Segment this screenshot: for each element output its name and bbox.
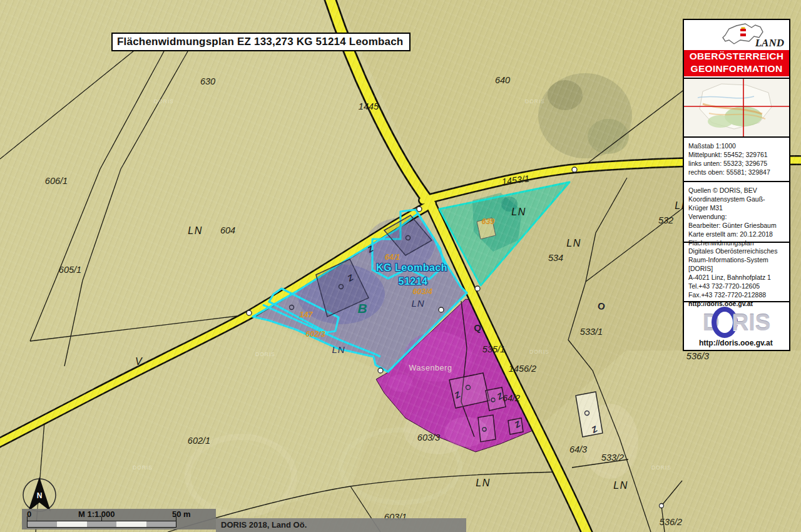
info-line: Quellen © DORIS, BEV xyxy=(688,186,785,195)
map-title: Flächenwidmungsplan EZ 133,273 KG 51214 … xyxy=(117,36,403,48)
legend-panel: LAND OBERÖSTERREICH GEOINFORMATION Maßst xyxy=(683,19,790,351)
scale-segments xyxy=(27,521,176,528)
info-line: Tel.+43 732-7720-12605 xyxy=(688,282,785,290)
info-line: Mittelpunkt: 55452; 329761 xyxy=(688,150,785,159)
info-line: Karte erstellt am: 20.12.2018 xyxy=(688,230,785,238)
north-label: N xyxy=(37,492,43,499)
info-line: Fax.+43 732-7720-212888 xyxy=(688,290,785,299)
doris-url: http://doris.ooe.gv.at xyxy=(699,339,789,347)
doris-logo: D RIS xyxy=(684,307,789,338)
info-line: Maßstab 1:1000 xyxy=(688,141,785,150)
scale-start-label: 0 xyxy=(27,510,31,518)
map-title-box: Flächenwidmungsplan EZ 133,273 KG 51214 … xyxy=(111,33,411,51)
scale-bar: 0 M 1:1.000 50 m xyxy=(22,509,216,529)
map-canvas xyxy=(0,0,801,532)
scale-end-label: 50 m xyxy=(172,510,191,518)
map-export-page: 6301445640606/1LN604605/11453/1LN639LN53… xyxy=(0,0,801,532)
map-extent-info: Maßstab 1:1000Mittelpunkt: 55452; 329761… xyxy=(684,136,789,181)
doris-logo-ris: RIS xyxy=(732,311,771,334)
source-info: Quellen © DORIS, BEVKoordinatensystem Ga… xyxy=(684,181,789,242)
attribution-bar: DORIS 2018, Land Oö. xyxy=(216,518,466,532)
doris-logo-box: D RIS http://doris.ooe.gv.at xyxy=(684,301,789,350)
info-line: Raum-Informations-System [DORIS] xyxy=(688,255,785,273)
land-label: LAND xyxy=(755,38,784,48)
banner-line: OBERÖSTERREICH xyxy=(684,50,789,63)
geoinformation-banner: OBERÖSTERREICH GEOINFORMATION xyxy=(684,50,789,76)
info-line: Bearbeiter: Günter Griesbaum xyxy=(688,221,785,230)
info-line: Koordinatensystem Gauß-Krüger M31 xyxy=(688,195,785,212)
overview-map-thumbnail xyxy=(684,78,789,136)
info-line: rechts oben: 55581; 329847 xyxy=(688,168,785,176)
info-line: A-4021 Linz, Bahnhofplatz 1 xyxy=(688,273,785,282)
info-line: Verwendung: xyxy=(688,212,785,221)
info-line: Digitales Oberösterreichisches xyxy=(688,247,785,255)
banner-line: GEOINFORMATION xyxy=(684,63,789,75)
info-line: links unten: 55323; 329675 xyxy=(688,159,785,168)
land-ooe-logo: LAND OBERÖSTERREICH GEOINFORMATION xyxy=(684,20,789,136)
scale-ratio-label: M 1:1.000 xyxy=(78,510,115,518)
doris-contact-info: Digitales OberösterreichischesRaum-Infor… xyxy=(684,242,789,301)
